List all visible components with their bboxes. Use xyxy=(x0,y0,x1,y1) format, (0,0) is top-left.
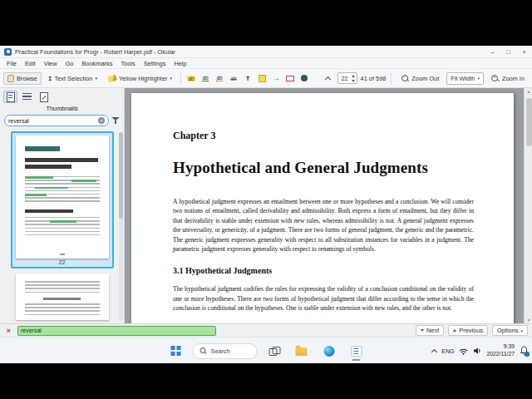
menu-view[interactable]: View xyxy=(40,60,62,67)
close-button[interactable]: × xyxy=(516,46,532,58)
zoom-mode-select[interactable]: Fit Width ▾ xyxy=(446,72,484,85)
minimize-button[interactable]: – xyxy=(485,46,500,58)
typewriter-annotation-button[interactable]: T xyxy=(242,72,254,85)
zoom-out-button[interactable]: − Zoom Out xyxy=(397,71,443,85)
clear-filter-icon[interactable]: × xyxy=(98,117,105,124)
find-options-button[interactable]: Options ▾ xyxy=(492,325,528,336)
clock[interactable]: 9:39 2022/11/27 xyxy=(486,343,515,358)
language-indicator[interactable]: ENG xyxy=(441,348,454,354)
zoom-in-button[interactable]: + Zoom In xyxy=(487,71,529,85)
previous-page-button[interactable] xyxy=(322,73,334,84)
sidebar-scrollbar[interactable] xyxy=(119,132,123,321)
squiggle-icon: ab xyxy=(216,75,222,81)
highlighter-tool-button[interactable]: Yellow Highlighter ▾ xyxy=(104,72,176,85)
menu-bookmarks[interactable]: Bookmarks xyxy=(77,60,116,67)
search-highlight xyxy=(71,180,96,182)
file-explorer-button[interactable] xyxy=(291,340,313,362)
mini-paragraph xyxy=(25,217,100,235)
start-button[interactable] xyxy=(165,340,187,362)
scrollbar-thumb[interactable] xyxy=(526,98,532,146)
mini-section-heading xyxy=(25,209,73,213)
findbar: × Next Previous Options ▾ xyxy=(0,323,532,337)
hand-icon xyxy=(7,75,14,82)
scroll-down-icon[interactable]: ▼ xyxy=(525,318,532,323)
arrow-annotation-button[interactable]: → xyxy=(270,72,282,85)
toolbar-separator xyxy=(391,72,392,84)
menu-tools[interactable]: Tools xyxy=(116,60,139,67)
vertical-scrollbar[interactable]: ▲ ▼ xyxy=(524,88,532,323)
thumbnail-next[interactable] xyxy=(13,273,111,320)
wifi-icon[interactable] xyxy=(459,347,468,355)
find-next-button[interactable]: Next xyxy=(416,325,444,336)
sidebar: Thumbnails × xyxy=(0,88,125,323)
note-icon xyxy=(259,75,266,82)
letterbox-top xyxy=(0,0,532,46)
arrow-down-icon xyxy=(421,329,424,332)
edge-button[interactable] xyxy=(318,340,340,362)
underline-annotation-button[interactable]: ab xyxy=(200,72,211,85)
note-annotation-button[interactable] xyxy=(256,72,268,85)
document-view[interactable]: Chapter 3 Hypothetical and General Judgm… xyxy=(125,88,532,323)
squiggle-annotation-button[interactable]: ab xyxy=(214,72,225,85)
menu-go[interactable]: Go xyxy=(62,60,78,67)
window-title: Practical Foundations for Progr - Robert… xyxy=(15,48,481,56)
mini-page-footer xyxy=(60,254,65,255)
thumbnail-page-preview xyxy=(16,273,109,320)
menu-settings[interactable]: Settings xyxy=(140,60,170,67)
menu-file[interactable]: File xyxy=(2,60,21,67)
chevron-down-icon: ▾ xyxy=(170,76,172,81)
sidebar-tab-annotations[interactable] xyxy=(37,91,51,103)
strikeout-annotation-button[interactable]: ab xyxy=(228,72,239,85)
chevron-down-icon: ▾ xyxy=(477,76,480,81)
find-input[interactable] xyxy=(17,326,216,336)
browse-tool-button[interactable]: Browse xyxy=(3,72,42,85)
thumbnail-list[interactable]: 22 xyxy=(0,130,124,323)
window-body: Thumbnails × xyxy=(0,88,532,323)
mini-paragraph xyxy=(25,281,100,294)
menu-help[interactable]: Help xyxy=(170,60,190,67)
tray-time: 9:39 xyxy=(486,343,515,351)
maximize-button[interactable]: □ xyxy=(500,46,516,58)
typewriter-icon: T xyxy=(246,75,250,82)
spinbox-steppers[interactable] xyxy=(351,75,356,82)
highlight-annotation-button[interactable]: ab xyxy=(185,72,197,85)
windows-logo-icon xyxy=(171,346,181,356)
notification-badge xyxy=(525,352,530,357)
rectangle-annotation-button[interactable] xyxy=(284,72,296,85)
chevron-down-icon: ▾ xyxy=(520,328,523,333)
thumbnail-filter-input[interactable] xyxy=(8,118,96,124)
taskbar-search[interactable]: Search xyxy=(193,343,258,359)
search-highlight xyxy=(25,176,53,179)
paragraph: The hypothetical judgment codifies the r… xyxy=(173,284,474,313)
sidebar-tab-contents[interactable] xyxy=(20,91,34,103)
window-controls: – □ × xyxy=(485,46,532,58)
text-selection-tool-button[interactable]: I Text Selection ▾ xyxy=(44,72,101,85)
tray-overflow-icon[interactable] xyxy=(431,348,437,354)
taskbar-center-group: Search xyxy=(165,337,367,364)
find-previous-button[interactable]: Previous xyxy=(448,325,488,336)
okular-taskbar-button[interactable] xyxy=(346,340,367,362)
scroll-up-icon[interactable]: ▲ xyxy=(525,89,532,94)
filter-options-icon[interactable] xyxy=(111,116,120,125)
annotations-icon xyxy=(40,92,48,102)
arrow-icon: → xyxy=(273,74,280,82)
toolbar-right-group: 22 41 of 598 − Zoom Out Fit Width ▾ + Zo… xyxy=(322,71,529,85)
sidebar-tab-thumbnails[interactable] xyxy=(3,91,17,103)
rectangle-icon xyxy=(286,76,294,81)
chapter-label: Chapter 3 xyxy=(173,130,474,142)
volume-icon[interactable] xyxy=(473,347,481,355)
sidebar-panel-title: Thumbnails xyxy=(0,105,124,112)
task-view-button[interactable] xyxy=(264,340,285,362)
folder-icon xyxy=(296,347,308,356)
search-icon xyxy=(200,347,207,355)
notification-center-button[interactable] xyxy=(520,346,529,356)
menu-edit[interactable]: Edit xyxy=(21,60,40,67)
close-find-icon[interactable]: × xyxy=(4,327,13,335)
marker-icon xyxy=(107,74,117,82)
titlebar: Practical Foundations for Progr - Robert… xyxy=(0,46,532,58)
step-up-icon xyxy=(352,75,355,77)
page-number-spinbox[interactable]: 22 xyxy=(337,72,357,84)
pdf-page: Chapter 3 Hypothetical and General Judgm… xyxy=(131,93,514,323)
thumbnail-selected[interactable]: 22 xyxy=(11,131,114,268)
stamp-annotation-button[interactable] xyxy=(298,72,310,85)
